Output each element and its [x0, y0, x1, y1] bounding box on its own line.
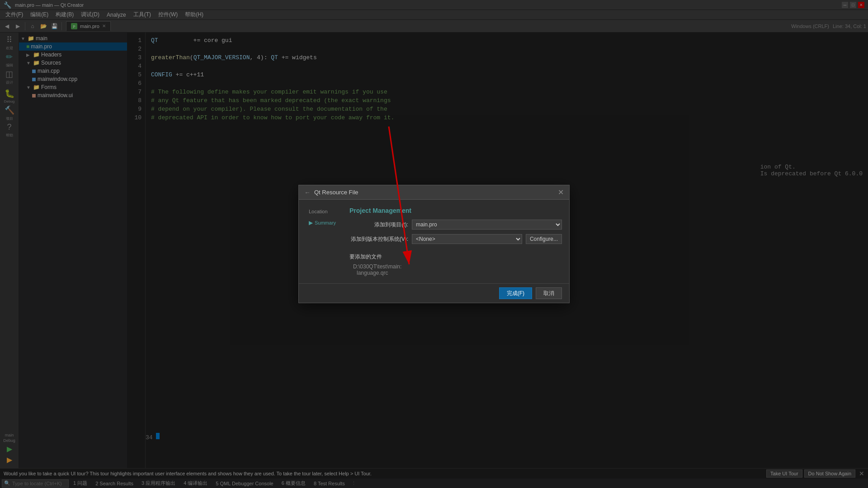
cancel-button[interactable]: 取消: [536, 287, 562, 299]
modal-field-project: 添加到项目(t): main.pro: [349, 220, 562, 230]
modal-dialog: ← Qt Resource File ✕ Location ▶ Summary …: [298, 185, 570, 303]
add-to-project-select[interactable]: main.pro: [412, 220, 562, 230]
modal-step-location[interactable]: Location: [306, 207, 342, 216]
modal-step-summary-label: Summary: [315, 220, 336, 225]
modal-overlay: ← Qt Resource File ✕ Location ▶ Summary …: [0, 0, 868, 488]
files-to-add-label: 要添加的文件: [349, 253, 562, 261]
add-to-vcs-select[interactable]: <None>: [412, 234, 522, 244]
finish-button[interactable]: 完成(F): [499, 287, 532, 299]
modal-close-button[interactable]: ✕: [558, 188, 564, 197]
modal-title: Qt Resource File: [314, 189, 359, 196]
modal-section-title: Project Management: [349, 207, 562, 214]
modal-back-button[interactable]: ←: [304, 189, 311, 196]
file-path: D:\030QT\test\main:: [353, 263, 562, 270]
modal-step-summary[interactable]: ▶ Summary: [306, 218, 342, 228]
step-arrow-icon: ▶: [309, 220, 313, 226]
modal-field-vcs: 添加到版本控制系统(V): <None> Configure...: [349, 234, 562, 244]
file-name: language.qrc: [357, 270, 562, 276]
modal-footer: 完成(F) 取消: [299, 283, 569, 303]
modal-steps: Location ▶ Summary: [306, 207, 342, 276]
configure-vcs-button[interactable]: Configure...: [526, 234, 562, 244]
modal-body: Location ▶ Summary Project Management 添加…: [299, 200, 569, 283]
add-to-vcs-label: 添加到版本控制系统(V):: [349, 235, 408, 243]
modal-main-content: Project Management 添加到项目(t): main.pro 添加…: [349, 207, 562, 276]
modal-files-section: 要添加的文件 D:\030QT\test\main: language.qrc: [349, 253, 562, 276]
add-to-project-label: 添加到项目(t):: [349, 221, 408, 229]
modal-header: ← Qt Resource File ✕: [299, 185, 569, 200]
